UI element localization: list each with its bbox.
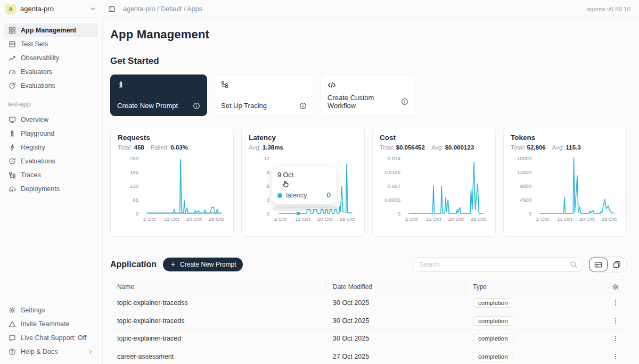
stat: Failed:0.03% [151, 144, 188, 151]
table-row[interactable]: topic-explainer-tracedss30 Oct 2025compl… [110, 294, 627, 312]
tooltip-date: 9 Oct [277, 171, 331, 179]
svg-text:0.0105: 0.0105 [384, 169, 401, 175]
svg-text:3: 3 [267, 197, 270, 203]
sidebar-toggle-button[interactable] [105, 3, 118, 15]
sidebar-item-traces[interactable]: Traces [4, 168, 98, 182]
sidebar-item-settings[interactable]: Settings [4, 303, 98, 317]
svg-text:65: 65 [133, 197, 138, 203]
chart-title: Tokens [511, 134, 619, 142]
sidebar-item-test-sets[interactable]: Test Sets [4, 37, 98, 51]
sidebar-item-evaluations[interactable]: Evaluations [4, 79, 98, 93]
search-box [413, 257, 583, 272]
redo-icon [9, 82, 16, 89]
table-row[interactable]: topic-explainer-traceds30 Oct 2025comple… [110, 312, 627, 330]
sidebar-item-evaluators[interactable]: Evaluators [4, 65, 98, 79]
stat: Total:$0.056452 [380, 144, 425, 151]
svg-text:6: 6 [267, 183, 270, 189]
chart-card-cost: CostTotal:$0.056452Avg:$0.00012300.00350… [372, 127, 496, 237]
sidebar-item-deployments[interactable]: Deployments [4, 182, 98, 196]
svg-text:20 Oct: 20 Oct [448, 216, 464, 222]
get-started-cards: Create New Prompt Set Up Tracing Create … [110, 75, 627, 116]
sidebar-item-label: Playground [21, 130, 54, 137]
chevron-down-icon [89, 5, 96, 12]
sidebar-item-label: Evaluations [21, 82, 55, 89]
grid-icon [9, 27, 16, 34]
chart-cost: 00.00350.0070.01050.0142 Oct11 Oct20 Oct… [380, 153, 489, 224]
sidebar-item-invite-teammate[interactable]: Invite Teammate [4, 317, 98, 331]
svg-text:20 Oct: 20 Oct [317, 216, 333, 222]
table-header: Name Date Modified Type [110, 279, 627, 294]
sidebar-item-label: Test Sets [21, 40, 48, 48]
sidebar-item-evaluations[interactable]: Evaluations [4, 154, 98, 168]
plus-icon [170, 261, 176, 268]
sidebar-footer: SettingsInvite TeammateLive Chat Support… [4, 303, 98, 359]
search-icon[interactable] [570, 261, 577, 268]
cloud-icon [9, 185, 16, 193]
sidebar-item-label: Deployments [21, 185, 60, 193]
kebab-menu-icon[interactable] [612, 335, 619, 342]
date-modified: 27 Oct 2025 [326, 353, 466, 360]
sidebar-item-live-chat-support-off[interactable]: Live Chat Support: Off [4, 331, 98, 345]
search-input[interactable] [419, 260, 570, 269]
svg-text:29 Oct: 29 Oct [470, 216, 486, 222]
app-name: topic-explainer-traced [110, 335, 326, 342]
type-badge: completion [473, 298, 513, 308]
testsets-icon [9, 40, 16, 48]
topbar: A agenta-pro agenta-pro / Default / Apps… [0, 0, 639, 18]
svg-text:195: 195 [130, 169, 139, 175]
code-icon [327, 81, 408, 89]
svg-text:9: 9 [267, 169, 269, 175]
chart-tooltip: 9 Octlatency0 [272, 167, 337, 204]
gear-icon [9, 307, 16, 314]
chart-title: Cost [380, 134, 488, 142]
stat: Total:458 [118, 144, 144, 151]
date-modified: 30 Oct 2025 [326, 335, 466, 342]
kebab-menu-icon[interactable] [612, 353, 619, 360]
card-view-button[interactable] [608, 258, 626, 271]
svg-text:2 Oct: 2 Oct [405, 216, 418, 222]
sidebar-item-help-docs[interactable]: Help & Docs [4, 345, 98, 359]
card-label: Create Custom Workflow [327, 94, 401, 110]
tooltip-series-label: latency [286, 192, 307, 199]
version-label: agenta v0.59.10 [587, 6, 639, 12]
table-body: topic-explainer-tracedss30 Oct 2025compl… [110, 294, 627, 364]
sidebar-item-observability[interactable]: Observability [4, 51, 98, 65]
chart-cards: RequestsTotal:458Failed:0.03%06513019526… [110, 127, 627, 237]
chart-stats: Total:52,806Avg:115.3 [511, 144, 619, 151]
svg-text:20 Oct: 20 Oct [186, 216, 202, 222]
create-new-prompt-card[interactable]: Create New Prompt [110, 75, 207, 116]
sidebar-item-overview[interactable]: Overview [4, 113, 98, 127]
svg-text:0: 0 [398, 211, 401, 217]
table-row[interactable]: topic-explainer-traced30 Oct 2025complet… [110, 330, 627, 348]
chat-icon [9, 334, 16, 342]
sidebar-item-registry[interactable]: Registry [4, 140, 98, 154]
columns-settings-gear-icon[interactable] [612, 283, 619, 291]
breadcrumb[interactable]: agenta-pro / Default / Apps [123, 5, 202, 13]
svg-text:29 Oct: 29 Oct [339, 216, 355, 222]
monitor-icon [9, 116, 16, 123]
svg-text:0: 0 [529, 211, 532, 217]
sidebar-item-label: Traces [21, 171, 41, 179]
workspace-selector[interactable]: A agenta-pro [0, 4, 103, 14]
svg-text:20 Oct: 20 Oct [579, 216, 595, 222]
kebab-menu-icon[interactable] [612, 317, 619, 325]
stat: Avg:$0.000123 [431, 144, 474, 151]
table-row[interactable]: career-assessment27 Oct 2025completion [110, 348, 627, 364]
type-badge: completion [473, 316, 513, 326]
table-view-button[interactable] [589, 258, 608, 271]
sidebar-item-app-management[interactable]: App Management [4, 23, 98, 37]
chart-title: Requests [118, 134, 226, 142]
create-new-prompt-button[interactable]: Create New Prompt [163, 258, 243, 271]
kebab-menu-icon[interactable] [612, 299, 619, 307]
create-custom-workflow-card[interactable]: Create Custom Workflow [321, 75, 415, 116]
sidebar-item-playground[interactable]: Playground [4, 127, 98, 140]
svg-text:0.014: 0.014 [388, 155, 401, 161]
svg-text:13500: 13500 [517, 169, 532, 175]
svg-text:29 Oct: 29 Oct [208, 216, 224, 222]
type-badge: completion [473, 334, 513, 343]
workspace-avatar: A [5, 4, 16, 14]
svg-text:11 Oct: 11 Oct [295, 216, 310, 222]
app-name: career-assessment [110, 353, 326, 360]
stat: Total:52,806 [511, 144, 546, 151]
set-up-tracing-card[interactable]: Set Up Tracing [214, 75, 314, 116]
